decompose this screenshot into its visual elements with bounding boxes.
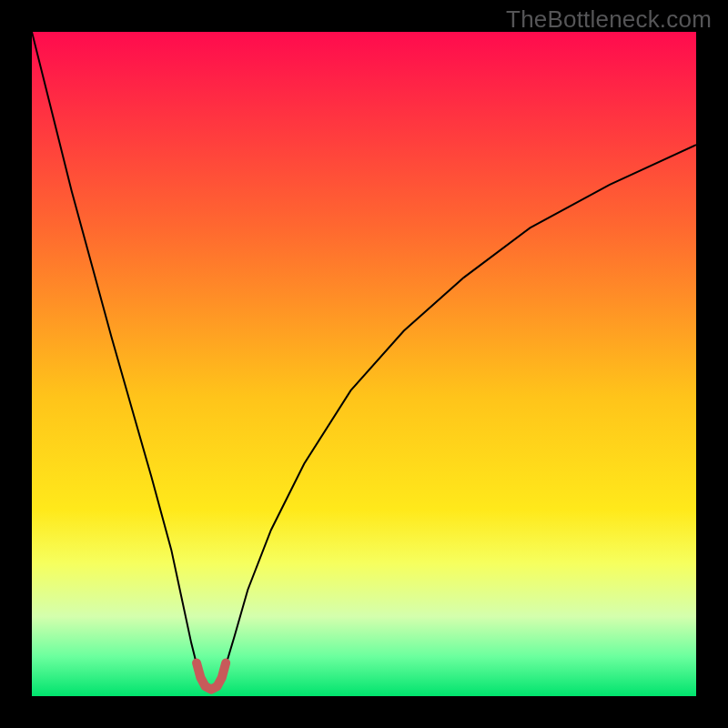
- chart-frame: TheBottleneck.com: [0, 0, 728, 728]
- gradient-background: [32, 32, 696, 696]
- chart-svg: [32, 32, 696, 696]
- watermark-text: TheBottleneck.com: [506, 5, 712, 34]
- plot-area: [32, 32, 696, 696]
